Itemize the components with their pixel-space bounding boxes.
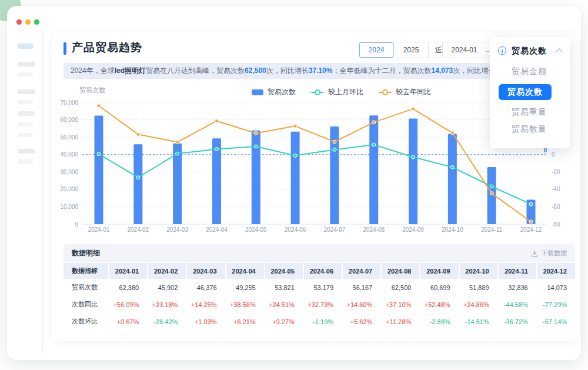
table-cell: +38.56% <box>226 296 264 313</box>
bar-2024-08[interactable] <box>369 115 378 224</box>
x-axis-label: 2024-10 <box>442 226 463 233</box>
summary-text: 62,500 <box>245 66 266 75</box>
bar-2024-04[interactable] <box>212 138 221 224</box>
table-row-次数环比: 次数环比+0.67%-26.42%+1.03%+6.21%+9.27%-1.19… <box>64 313 575 330</box>
table-cell: +52.48% <box>420 296 458 313</box>
point-较去年同比-2024-12[interactable] <box>529 220 533 224</box>
table-header-cell: 2024-08 <box>382 263 419 279</box>
dropdown-item-贸易金额[interactable]: 贸易金额 <box>512 66 547 77</box>
table-section-header: 数据明细 下载数据 <box>64 244 575 262</box>
bar-2024-01[interactable] <box>95 116 103 224</box>
x-axis-label: 2024-07 <box>324 226 346 233</box>
sidebar-item-skeleton-2[interactable] <box>18 62 35 66</box>
point-较去年同比-2024-01[interactable] <box>97 104 101 108</box>
table-cell: -14.51% <box>460 313 497 330</box>
left-axis-tick: 40,000 <box>60 151 78 158</box>
x-axis-label: 2024-02 <box>127 226 149 233</box>
table-header-cell: 2024-06 <box>304 263 342 279</box>
table-cell: +11.28% <box>382 313 419 330</box>
page-title: 产品贸易趋势 <box>72 40 142 55</box>
point-较去年同比-2024-07[interactable] <box>333 140 336 144</box>
x-axis-label: 2024-09 <box>402 226 424 233</box>
point-较上月环比-2024-11[interactable] <box>490 185 493 188</box>
left-axis-tick: 30,000 <box>60 169 78 175</box>
table-cell: 46,376 <box>187 279 225 296</box>
table-header-cell: 2024-02 <box>148 263 186 279</box>
x-axis-label: 2024-08 <box>363 226 385 233</box>
x-axis-label: 2024-04 <box>206 226 228 233</box>
point-较上月环比-2024-01[interactable] <box>97 152 101 156</box>
point-较上月环比-2024-07[interactable] <box>333 148 336 151</box>
tab-2025[interactable]: 2025 <box>394 42 429 58</box>
table-header-cell: 2024-03 <box>187 263 225 279</box>
table-cell: 62,500 <box>382 279 419 296</box>
table-cell: 56,167 <box>343 279 380 296</box>
x-axis-label: 2024-03 <box>166 226 188 233</box>
dropdown-item-贸易重量[interactable]: 贸易重量 <box>512 107 547 118</box>
chevron-up-icon <box>556 48 562 55</box>
summary-banner: 2024年，全球led照明灯贸易在八月达到高峰，贸易次数62,500次，同比增长… <box>64 63 516 79</box>
bar-2024-10[interactable] <box>448 134 457 224</box>
table-cell: -26.42% <box>148 313 186 330</box>
table-header-row: 数据指标2024-012024-022024-032024-042024-052… <box>64 263 575 279</box>
table-header-cell: 数据指标 <box>64 263 108 279</box>
point-较去年同比-2024-05[interactable] <box>254 131 258 135</box>
bar-2024-06[interactable] <box>291 132 300 224</box>
point-较上月环比-2024-05[interactable] <box>254 145 258 148</box>
point-较去年同比-2024-09[interactable] <box>412 107 415 111</box>
row-label: 次数环比 <box>64 313 108 330</box>
tab-2024[interactable]: 2024 <box>359 42 394 58</box>
bar-2024-09[interactable] <box>409 119 417 224</box>
table-header-cell: 2024-04 <box>226 263 264 279</box>
metric-dropdown: i 贸易次数 贸易金额贸易次数贸易重量贸易数量 <box>490 37 570 148</box>
table-header-cell: 2024-09 <box>420 263 458 279</box>
table-cell: 53,821 <box>265 279 303 296</box>
download-data-button[interactable]: 下载数据 <box>531 249 567 258</box>
table-header-cell: 2024-01 <box>109 263 147 279</box>
sidebar-item-skeleton-1[interactable] <box>18 44 34 49</box>
summary-text: 贸易在八月达到高峰，贸易次数 <box>146 66 245 75</box>
table-cell: 32,836 <box>499 279 536 296</box>
left-axis-tick: 20,000 <box>60 186 78 192</box>
table-cell: -77.29% <box>537 296 575 313</box>
point-较去年同比-2024-11[interactable] <box>490 192 493 195</box>
point-较上月环比-2024-04[interactable] <box>215 148 218 151</box>
summary-text: 次，同比增长 <box>453 66 495 75</box>
summary-text: led照明灯 <box>115 66 146 75</box>
point-较去年同比-2024-03[interactable] <box>176 141 179 144</box>
data-table-section: 数据明细 下载数据 数据指标2024-012024-022024-032024-… <box>64 244 575 330</box>
dropdown-item-贸易次数[interactable]: 贸易次数 <box>499 84 552 100</box>
sidebar-item-skeleton-3[interactable] <box>18 72 33 76</box>
table-header-cell: 2024-10 <box>460 263 497 279</box>
left-axis-tick: 10,000 <box>60 204 78 210</box>
title-accent-bar <box>64 42 66 55</box>
table-row-次数同比: 次数同比+56.09%+23.18%+14.25%+38.56%+24.51%+… <box>64 296 575 313</box>
point-较去年同比-2024-04[interactable] <box>215 119 218 123</box>
right-axis-tick: -40 <box>552 186 560 192</box>
table-cell: +9.27% <box>265 313 303 330</box>
point-较上月环比-2024-12[interactable] <box>529 202 533 206</box>
point-较去年同比-2024-02[interactable] <box>136 132 140 136</box>
point-较上月环比-2024-06[interactable] <box>293 154 297 157</box>
point-较上月环比-2024-02[interactable] <box>136 176 140 179</box>
x-axis-label: 2024-11 <box>481 226 502 233</box>
table-cell: +37.10% <box>382 296 419 313</box>
table-cell: +0.67% <box>109 313 147 330</box>
point-较去年同比-2024-08[interactable] <box>372 121 376 124</box>
table-cell: -57.14% <box>537 313 575 330</box>
point-较上月环比-2024-10[interactable] <box>450 165 454 169</box>
point-较上月环比-2024-08[interactable] <box>372 143 376 146</box>
left-axis-tick: 50,000 <box>60 134 78 141</box>
dropdown-header[interactable]: i 贸易次数 <box>490 45 570 57</box>
table-cell: 53,179 <box>304 279 342 296</box>
point-较上月环比-2024-03[interactable] <box>176 152 179 155</box>
point-较去年同比-2024-06[interactable] <box>293 124 297 128</box>
table-cell: +24.51% <box>265 296 303 313</box>
dropdown-item-贸易数量[interactable]: 贸易数量 <box>512 124 547 135</box>
point-较去年同比-2024-10[interactable] <box>450 131 454 135</box>
left-axis-tick: 60,000 <box>60 116 78 123</box>
bar-2024-02[interactable] <box>133 144 142 224</box>
point-较上月环比-2024-09[interactable] <box>412 155 415 159</box>
screenshot-stage: 产品贸易趋势 20242025近一年 2024-01 → 2024-12 202… <box>0 0 588 370</box>
summary-text: ；全年低峰为十二月，贸易次数 <box>332 66 431 75</box>
